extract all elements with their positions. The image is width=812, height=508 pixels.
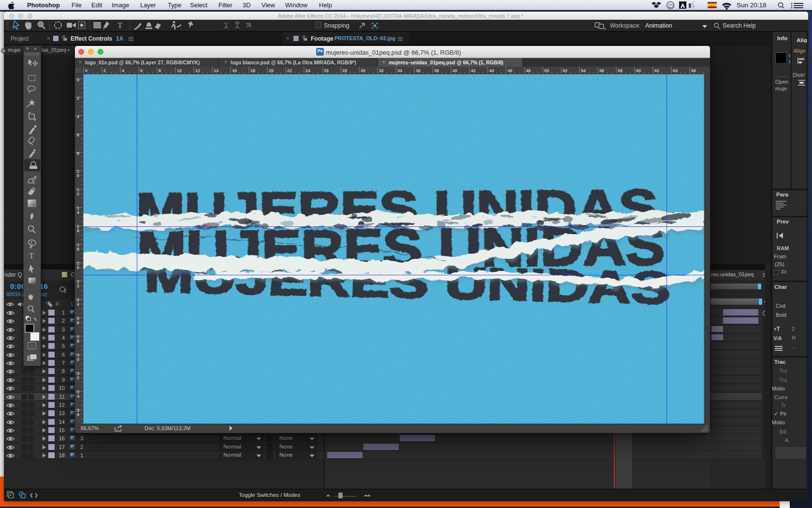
svg-text:60: 60 [636,68,641,73]
svg-text:46: 46 [508,68,512,73]
svg-text:0: 0 [77,173,79,178]
svg-text:42: 42 [471,68,476,73]
svg-text:6: 6 [77,412,79,417]
svg-text:26: 26 [324,68,329,73]
svg-text:14: 14 [214,68,218,73]
svg-text:0: 0 [77,265,79,270]
svg-text:8: 8 [77,247,79,252]
svg-text:50: 50 [544,68,549,73]
svg-text:8: 8 [77,339,79,344]
svg-text:0: 0 [77,357,79,362]
svg-text:54: 54 [581,68,586,73]
svg-text:6: 6 [77,133,79,137]
svg-text:28: 28 [342,68,347,73]
svg-text:10: 10 [177,68,182,73]
svg-text:4: 4 [77,114,79,119]
svg-text:6: 6 [77,320,79,325]
svg-text:12: 12 [195,68,200,73]
svg-text:66: 66 [691,68,696,73]
svg-text:2: 2 [77,284,79,288]
svg-text:48: 48 [526,68,531,73]
svg-text:0: 0 [85,68,87,73]
svg-text:6: 6 [77,228,79,233]
svg-text:64: 64 [673,68,678,73]
svg-text:2: 2 [77,375,79,380]
svg-text:2: 2 [77,96,79,101]
svg-text:40: 40 [452,68,457,73]
svg-text:16: 16 [232,68,237,73]
svg-text:▮: ▮ [688,2,692,9]
svg-text:58: 58 [618,68,623,73]
svg-text:20: 20 [269,68,274,73]
svg-text:T: T [117,21,123,30]
svg-text:32: 32 [379,68,384,73]
svg-text:4: 4 [77,394,79,399]
svg-text:2: 2 [77,192,79,196]
svg-text:4: 4 [122,68,124,73]
svg-text:2: 2 [103,68,106,73]
svg-text:0: 0 [77,77,79,82]
svg-text:8: 8 [77,151,79,156]
svg-text:62: 62 [654,68,659,73]
svg-text:T: T [29,251,34,260]
svg-text:34: 34 [397,68,402,73]
svg-text:4: 4 [77,210,79,215]
svg-text:6: 6 [140,68,143,73]
svg-text:4: 4 [77,302,79,307]
svg-text:52: 52 [563,68,567,73]
svg-text:22: 22 [287,68,292,73]
svg-text:44: 44 [489,68,494,73]
svg-text:36: 36 [416,68,420,73]
svg-text:30: 30 [361,68,365,73]
svg-text:8: 8 [159,68,161,73]
svg-text:18: 18 [250,68,255,73]
svg-text:ISO: ISO [710,5,715,9]
svg-text:38: 38 [434,68,439,73]
svg-text:24: 24 [305,68,310,73]
svg-text:56: 56 [599,68,604,73]
